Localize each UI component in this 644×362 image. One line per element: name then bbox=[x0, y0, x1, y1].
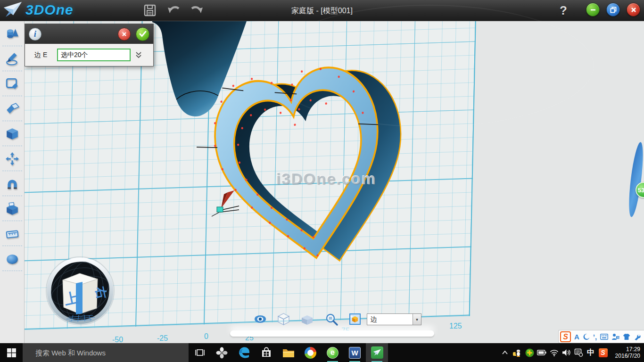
cancel-icon bbox=[121, 31, 127, 37]
sidebar-item-magnet-assembly[interactable] bbox=[0, 171, 25, 196]
360-browser-icon bbox=[305, 347, 316, 359]
titlebar: 3DOne 家庭版 - [模型001] ? bbox=[0, 0, 644, 21]
3done-plane-icon bbox=[371, 346, 383, 359]
green-e-letter: e bbox=[330, 348, 335, 357]
wifi-icon bbox=[550, 349, 559, 356]
wrench-icon[interactable] bbox=[634, 333, 641, 340]
sidebar-item-measure-gauge[interactable] bbox=[0, 221, 25, 246]
task-view-button[interactable] bbox=[189, 343, 211, 362]
taskbar-clock[interactable]: 17:29 2016/7/20 bbox=[609, 346, 644, 359]
sketch-edit-icon bbox=[5, 77, 19, 91]
dialog-confirm-button[interactable] bbox=[136, 27, 149, 41]
pinwheel-icon bbox=[216, 347, 228, 359]
green-e-browser-icon: e bbox=[327, 347, 339, 359]
booster-blade bbox=[626, 141, 644, 217]
dropdown-caret-icon[interactable]: ▾ bbox=[413, 314, 421, 325]
skin-tshirt-icon[interactable] bbox=[623, 333, 630, 340]
app-3done[interactable] bbox=[366, 343, 388, 362]
volume-icon bbox=[562, 349, 571, 356]
360-safe-icon bbox=[525, 348, 534, 357]
soft-keyboard-icon[interactable] bbox=[600, 334, 608, 340]
sidebar-item-eraser-trim[interactable] bbox=[0, 96, 25, 121]
tray-wifi[interactable] bbox=[548, 343, 560, 362]
direction-arrow-marker bbox=[211, 189, 240, 217]
view-cube-navigator[interactable]: 上 右 bbox=[45, 255, 116, 326]
watermark: i3DOne.com bbox=[276, 170, 377, 188]
app-pinwheel[interactable] bbox=[211, 343, 233, 362]
wireframe-cube-icon[interactable] bbox=[278, 313, 289, 325]
axis-label: -25 bbox=[157, 334, 168, 343]
horizontal-scrollbar[interactable] bbox=[230, 330, 434, 337]
app-word[interactable]: W bbox=[344, 343, 366, 362]
sidebar bbox=[0, 21, 25, 343]
display-mode-dropdown[interactable]: 边 ▾ bbox=[367, 313, 421, 325]
start-icon bbox=[7, 348, 16, 357]
visibility-eye-icon[interactable] bbox=[254, 315, 266, 324]
help-button[interactable]: ? bbox=[556, 1, 570, 20]
sogou-ime-bar: S A ’, 11 bbox=[558, 330, 644, 343]
sidebar-item-feature-cube[interactable] bbox=[0, 121, 25, 146]
dialog-titlebar: i bbox=[25, 24, 153, 44]
expand-chevron-icon[interactable] bbox=[135, 51, 142, 59]
user-badge-icon[interactable]: 11 bbox=[611, 333, 619, 340]
word-icon: W bbox=[349, 347, 361, 359]
letter-mode-icon[interactable]: A bbox=[574, 333, 579, 341]
dialog-body: 边 E bbox=[25, 44, 153, 66]
clock-date: 2016/7/20 bbox=[609, 353, 640, 359]
restore-button[interactable] bbox=[606, 3, 620, 16]
sidebar-item-sketch-draw[interactable] bbox=[0, 46, 25, 71]
axis-label: 125 bbox=[449, 322, 462, 330]
app-green-e-browser[interactable]: e bbox=[322, 343, 344, 362]
sidebar-item-sketch-edit[interactable] bbox=[0, 71, 25, 96]
material-sphere-icon bbox=[5, 252, 19, 266]
tray-sogou[interactable]: S bbox=[597, 343, 609, 362]
confirm-icon bbox=[139, 31, 147, 37]
info-icon[interactable]: i bbox=[29, 28, 41, 41]
selection-dialog: i 边 E bbox=[25, 24, 154, 66]
feature-cube-icon bbox=[5, 127, 19, 141]
viewport-3d[interactable]: -50 -25 0 25 75 125 bbox=[25, 21, 644, 343]
tray-volume[interactable] bbox=[560, 343, 572, 362]
tray-ime-indicator[interactable]: 中 bbox=[585, 343, 597, 362]
tray-battery[interactable] bbox=[536, 343, 548, 362]
app-file-explorer[interactable] bbox=[277, 343, 299, 362]
minimize-button[interactable] bbox=[586, 3, 600, 16]
primitive-solids-icon bbox=[5, 27, 19, 41]
measure-gauge-icon bbox=[5, 227, 19, 241]
display-mode-value: 边 bbox=[367, 315, 413, 324]
sogou-logo-icon[interactable]: S bbox=[560, 331, 571, 342]
close-button[interactable] bbox=[627, 3, 640, 16]
move-transform-icon bbox=[5, 152, 19, 166]
task-view-icon bbox=[195, 348, 205, 357]
model-heart[interactable] bbox=[197, 60, 413, 267]
tray-360-safe[interactable] bbox=[523, 343, 536, 362]
dialog-cancel-button[interactable] bbox=[118, 28, 131, 41]
moon-icon[interactable] bbox=[583, 333, 590, 340]
app-360-browser[interactable] bbox=[299, 343, 322, 362]
start-button[interactable] bbox=[0, 343, 23, 362]
sidebar-item-combine-stack[interactable] bbox=[0, 196, 25, 221]
edge-selection-input[interactable] bbox=[57, 49, 131, 61]
shaded-cube-icon[interactable] bbox=[301, 315, 313, 325]
tray-expand-button[interactable] bbox=[499, 343, 511, 362]
sogou-tray-icon: S bbox=[599, 348, 608, 357]
restore-icon bbox=[610, 7, 617, 13]
magnet-assembly-icon bbox=[5, 177, 19, 191]
tray-qq[interactable] bbox=[511, 343, 523, 362]
combine-stack-icon bbox=[5, 202, 19, 216]
sidebar-item-material-sphere[interactable] bbox=[0, 246, 25, 271]
window-title: 家庭版 - [模型001] bbox=[0, 0, 644, 21]
sidebar-item-primitive-solids[interactable] bbox=[0, 21, 25, 46]
tray-action-center[interactable] bbox=[572, 343, 585, 362]
action-center-icon bbox=[574, 348, 583, 357]
word-letter: W bbox=[351, 349, 358, 357]
tray-expand-icon bbox=[502, 350, 508, 355]
taskbar-search-input[interactable] bbox=[23, 343, 189, 362]
app-edge[interactable] bbox=[233, 343, 255, 362]
sidebar-item-move-transform[interactable] bbox=[0, 146, 25, 171]
app-store[interactable] bbox=[255, 343, 277, 362]
render-mode-icon[interactable] bbox=[349, 313, 361, 325]
taskbar: e W bbox=[0, 343, 644, 362]
zoom-magnifier-icon[interactable] bbox=[325, 313, 338, 326]
punctuation-icon[interactable]: ’, bbox=[593, 333, 597, 341]
